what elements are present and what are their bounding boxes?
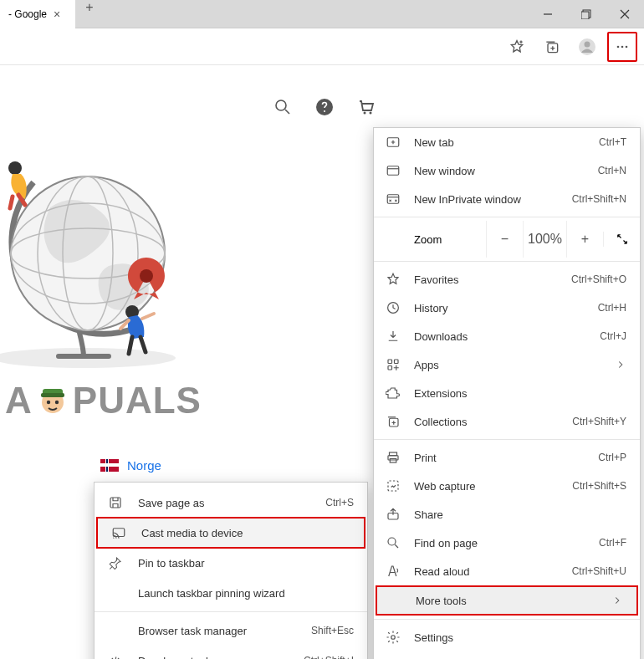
menu-label: Print <box>414 452 437 464</box>
menu-read-aloud[interactable]: Read aloud Ctrl+Shift+U <box>374 557 640 585</box>
submenu-task-manager[interactable]: Browser task manager Shift+Esc <box>95 616 367 646</box>
collections-button[interactable] <box>537 32 567 62</box>
menu-label: Downloads <box>414 330 468 343</box>
minimize-button[interactable] <box>529 0 567 28</box>
submenu-shortcut: Shift+Esc <box>311 625 354 636</box>
submenu-cast-media[interactable]: Cast media to device <box>96 517 365 549</box>
profile-button[interactable] <box>572 32 602 62</box>
menu-shortcut: Ctrl+F <box>599 537 626 549</box>
submenu-label: Launch taskbar pinning wizard <box>138 587 285 600</box>
menu-shortcut: Ctrl+T <box>599 136 626 148</box>
svg-rect-41 <box>41 393 64 397</box>
share-icon <box>386 507 401 522</box>
menu-separator <box>374 619 640 620</box>
menu-print[interactable]: Print Ctrl+P <box>374 443 640 472</box>
more-menu-button[interactable] <box>607 32 637 62</box>
submenu-developer-tools[interactable]: Developer tools Ctrl+Shift+I <box>95 646 367 659</box>
window-icon <box>386 163 401 178</box>
new-tab-button[interactable]: + <box>75 0 104 15</box>
menu-extensions[interactable]: Extensions <box>374 379 640 407</box>
capture-icon <box>386 478 401 493</box>
favorites-button[interactable] <box>502 32 532 62</box>
menu-separator <box>374 261 640 262</box>
zoom-in-button[interactable]: + <box>566 221 603 258</box>
menu-new-tab[interactable]: New tab Ctrl+T <box>374 128 640 156</box>
browser-tab[interactable]: - Google × <box>0 0 75 28</box>
menu-separator <box>374 217 640 217</box>
inprivate-icon <box>386 192 401 207</box>
fullscreen-button[interactable] <box>603 232 640 247</box>
browser-toolbar <box>0 28 644 65</box>
menu-downloads[interactable]: Downloads Ctrl+J <box>374 322 640 350</box>
menu-new-window[interactable]: New window Ctrl+N <box>374 156 640 185</box>
menu-label: Apps <box>414 359 439 371</box>
watermark-text: PUALS <box>73 380 202 421</box>
menu-shortcut: Ctrl+P <box>598 452 626 463</box>
more-dots-icon <box>614 38 631 55</box>
spacer-icon <box>387 593 402 608</box>
extensions-icon <box>386 386 401 401</box>
chevron-right-icon <box>611 595 623 606</box>
collections-icon <box>386 414 401 429</box>
submenu-save-page-as[interactable]: Save page as Ctrl+S <box>95 488 367 518</box>
menu-shortcut: Ctrl+Shift+U <box>572 565 626 577</box>
menu-web-capture[interactable]: Web capture Ctrl+Shift+S <box>374 472 640 500</box>
menu-label: More tools <box>416 595 467 607</box>
zoom-out-button[interactable]: − <box>486 221 523 258</box>
more-tools-submenu: Save page as Ctrl+S Cast media to device… <box>94 482 368 659</box>
menu-favorites[interactable]: Favorites Ctrl+Shift+O <box>374 265 640 294</box>
titlebar: - Google × + <box>0 0 644 28</box>
download-icon <box>386 329 401 344</box>
locale-link[interactable]: Norge <box>100 458 161 473</box>
new-tab-icon <box>386 135 401 150</box>
read-aloud-icon <box>386 564 401 579</box>
menu-shortcut: Ctrl+Shift+N <box>572 193 626 205</box>
svg-point-37 <box>140 269 153 283</box>
menu-settings[interactable]: Settings <box>374 623 640 651</box>
menu-label: Collections <box>414 416 468 428</box>
page-content: A PUALS Norge Save page as Ctrl+S Cast m… <box>0 65 644 659</box>
submenu-label: Cast media to device <box>141 527 243 539</box>
history-icon <box>386 300 401 315</box>
menu-history[interactable]: History Ctrl+H <box>374 294 640 322</box>
menu-collections[interactable]: Collections Ctrl+Shift+Y <box>374 407 640 436</box>
menu-label: History <box>414 302 447 314</box>
submenu-label: Save page as <box>138 497 205 509</box>
menu-label: New window <box>414 165 475 177</box>
submenu-separator <box>95 611 367 612</box>
cart-icon[interactable] <box>356 97 376 117</box>
spacer-icon <box>108 585 123 600</box>
menu-find-on-page[interactable]: Find on page Ctrl+F <box>374 529 640 557</box>
menu-shortcut: Ctrl+J <box>600 330 626 342</box>
search-icon[interactable] <box>273 97 293 117</box>
menu-shortcut: Ctrl+Shift+Y <box>572 416 626 427</box>
locale-label: Norge <box>127 458 161 473</box>
page-action-bar <box>273 97 376 117</box>
menu-shortcut: Ctrl+N <box>598 165 626 176</box>
zoom-value: 100% <box>523 221 566 258</box>
close-window-button[interactable] <box>606 0 644 28</box>
close-tab-icon[interactable]: × <box>54 8 60 21</box>
menu-label: Find on page <box>414 537 478 549</box>
print-icon <box>386 450 401 465</box>
star-plus-icon <box>509 38 525 55</box>
menu-new-inprivate[interactable]: New InPrivate window Ctrl+Shift+N <box>374 185 640 213</box>
zoom-label: Zoom <box>414 233 486 246</box>
menu-label: Favorites <box>414 273 458 286</box>
main-menu: New tab Ctrl+T New window Ctrl+N New InP… <box>373 127 641 659</box>
menu-label: Share <box>414 508 443 521</box>
menu-apps[interactable]: Apps <box>374 350 640 379</box>
maximize-button[interactable] <box>567 0 606 28</box>
help-icon[interactable] <box>314 97 335 117</box>
submenu-launch-pinning-wizard[interactable]: Launch taskbar pinning wizard <box>95 578 367 608</box>
collections-icon <box>544 38 560 55</box>
menu-more-tools[interactable]: More tools <box>376 585 638 616</box>
window-controls <box>529 0 644 28</box>
menu-help-feedback[interactable]: Help and feedback <box>374 651 640 659</box>
settings-icon <box>386 630 401 645</box>
submenu-shortcut: Ctrl+S <box>325 497 354 508</box>
menu-share[interactable]: Share <box>374 500 640 529</box>
star-icon <box>386 272 401 287</box>
submenu-pin-taskbar[interactable]: Pin to taskbar <box>95 548 367 578</box>
mascot-icon <box>33 381 73 421</box>
